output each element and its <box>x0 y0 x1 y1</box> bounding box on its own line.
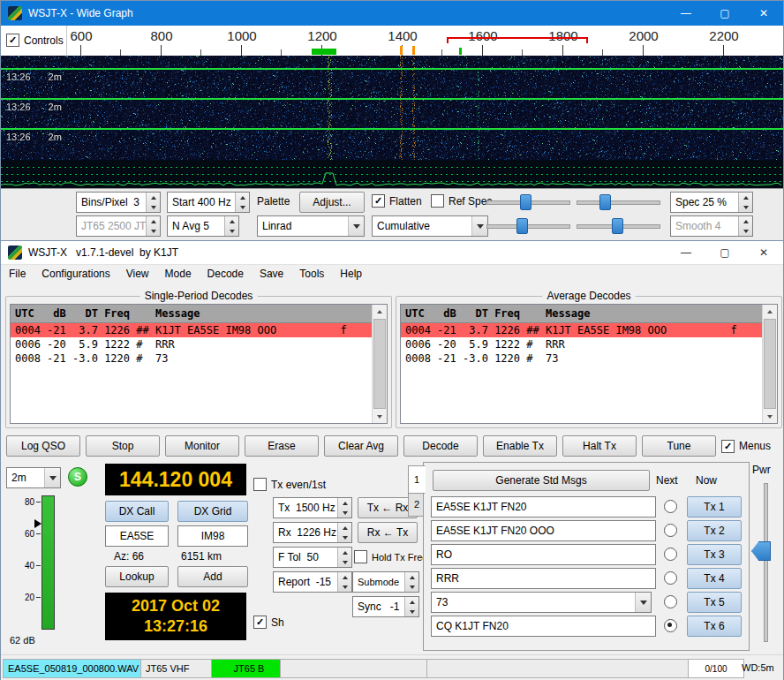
band-select-combo[interactable]: 2m <box>6 467 61 488</box>
menu-help[interactable]: Help <box>332 265 370 283</box>
dx-call-button[interactable]: DX Call <box>105 501 169 522</box>
rx-from-tx-button[interactable]: Rx ← Tx <box>358 522 418 543</box>
hold-tx-freq-checkbox[interactable]: Hold Tx Freq <box>354 550 427 563</box>
decode-button[interactable]: Decode <box>403 435 478 457</box>
sync-spinner[interactable]: Sync -1 <box>352 596 419 617</box>
menu-mode[interactable]: Mode <box>157 265 200 283</box>
decode-row[interactable]: 0008 -21 -3.0 1220 # 73 <box>401 351 763 366</box>
dx-grid-field[interactable]: IM98 <box>177 525 248 547</box>
stop-button[interactable]: Stop <box>86 435 160 457</box>
spinner-arrows[interactable] <box>337 498 351 518</box>
waterfall-zero-slider[interactable] <box>577 193 660 210</box>
next-radio-tx2[interactable] <box>664 524 677 537</box>
spinner-arrows[interactable] <box>235 193 249 212</box>
maximize-button[interactable]: ▢ <box>705 241 744 264</box>
slider-handle[interactable] <box>520 194 531 210</box>
tx-message-4-field[interactable]: RRR <box>431 568 656 589</box>
next-radio-tx3[interactable] <box>664 548 677 561</box>
slider-handle[interactable] <box>599 194 611 210</box>
scroll-up-icon[interactable] <box>373 305 387 318</box>
tx-message-3-field[interactable]: RO <box>431 544 656 565</box>
enable-tx-button[interactable]: Enable Tx <box>483 435 557 457</box>
menu-file[interactable]: File <box>1 265 34 283</box>
spinner-arrows[interactable] <box>224 216 238 236</box>
menu-view[interactable]: View <box>118 265 157 283</box>
close-button[interactable]: ✕ <box>744 241 783 264</box>
decode-row[interactable]: 0006 -20 5.9 1222 # RRR <box>11 337 373 351</box>
tx-freq-spinner[interactable]: Tx 1500 Hz <box>273 497 352 518</box>
slider-handle[interactable] <box>612 218 623 234</box>
next-radio-tx5[interactable] <box>664 595 677 608</box>
dropdown-arrow-icon[interactable] <box>44 468 60 487</box>
add-button[interactable]: Add <box>177 566 248 587</box>
tune-button[interactable]: Tune <box>642 435 716 457</box>
slider-handle[interactable] <box>516 218 528 234</box>
spectrum-zero-slider[interactable] <box>577 216 660 234</box>
palette-combo[interactable]: Linrad <box>257 215 365 237</box>
scroll-up-icon[interactable] <box>763 305 777 318</box>
halt-tx-button[interactable]: Halt Tx <box>562 435 637 457</box>
scroll-down-icon[interactable] <box>373 410 387 423</box>
menus-checkbox[interactable]: ✓ Menus <box>721 435 778 457</box>
scroll-thumb[interactable] <box>764 319 776 409</box>
tx-2-button[interactable]: Tx 2 <box>687 520 742 541</box>
rx-freq-spinner[interactable]: Rx 1226 Hz <box>273 522 352 543</box>
spinner-arrows[interactable] <box>146 193 160 212</box>
dropdown-arrow-icon[interactable] <box>635 593 651 612</box>
spectrum-mode-combo[interactable]: Cumulative <box>372 215 488 237</box>
close-button[interactable]: ✕ <box>744 1 783 26</box>
dropdown-arrow-icon[interactable] <box>471 216 487 236</box>
tx-even-checkbox[interactable]: Tx even/1st <box>253 478 326 491</box>
tx-message-1-field[interactable]: EA5SE K1JT FN20 <box>431 496 656 518</box>
sh-checkbox[interactable]: ✓ Sh <box>253 616 284 629</box>
log-qso-button[interactable]: Log QSO <box>6 435 80 457</box>
scroll-down-icon[interactable] <box>763 410 777 423</box>
tx-4-button[interactable]: Tx 4 <box>687 568 742 589</box>
ref-spec-checkbox[interactable]: Ref Spec <box>431 194 492 208</box>
tx-3-button[interactable]: Tx 3 <box>687 544 742 565</box>
minimize-button[interactable]: — <box>667 1 705 26</box>
erase-button[interactable]: Erase <box>245 435 319 457</box>
main-titlebar[interactable]: WSJT-X v1.7.1-devel by K1JT — ▢ ✕ <box>1 241 783 265</box>
submode-spinner[interactable]: Submode B <box>352 571 419 593</box>
pwr-slider-handle[interactable] <box>751 541 771 561</box>
scroll-thumb[interactable] <box>373 319 386 409</box>
rx-freq-marker[interactable] <box>312 49 336 55</box>
wide-graph-titlebar[interactable]: WSJT-X - Wide Graph — ▢ ✕ <box>1 1 783 26</box>
tx-5-button[interactable]: Tx 5 <box>687 592 742 613</box>
next-radio-tx1[interactable] <box>664 500 677 513</box>
spectrum-gain-slider[interactable] <box>486 216 570 234</box>
spinner-arrows[interactable] <box>337 523 351 542</box>
menu-decode[interactable]: Decode <box>200 265 252 283</box>
waterfall-gain-slider[interactable] <box>486 193 570 210</box>
dropdown-arrow-icon[interactable] <box>348 216 364 236</box>
decode-row[interactable]: 0008 -21 -3.0 1220 # 73 <box>11 351 373 366</box>
decode-row[interactable]: 0004 -21 3.7 1226 ## K1JT EA5SE IM98 OOO… <box>401 323 763 337</box>
next-radio-tx4[interactable] <box>664 571 677 585</box>
generate-std-msgs-button[interactable]: Generate Std Msgs <box>433 470 650 491</box>
tab-1[interactable]: 1 <box>408 465 426 494</box>
start-freq-spinner[interactable]: Start 400 Hz <box>167 192 250 213</box>
dx-grid-button[interactable]: DX Grid <box>177 501 248 522</box>
tx-6-button[interactable]: Tx 6 <box>687 616 742 637</box>
menu-save[interactable]: Save <box>252 265 291 283</box>
report-spinner[interactable]: Report -15 <box>273 571 352 593</box>
n-avg-spinner[interactable]: N Avg 5 <box>167 215 239 237</box>
lookup-button[interactable]: Lookup <box>105 566 169 587</box>
tx-1-button[interactable]: Tx 1 <box>687 496 742 518</box>
spinner-arrows[interactable] <box>337 548 351 567</box>
f-tol-spinner[interactable]: F Tol 50 <box>273 547 352 568</box>
maximize-button[interactable]: ▢ <box>705 1 744 26</box>
menu-configurations[interactable]: Configurations <box>34 265 117 283</box>
controls-checkbox[interactable]: ✓ Controls <box>6 34 64 47</box>
scrollbar[interactable] <box>762 305 777 423</box>
flatten-checkbox[interactable]: ✓ Flatten <box>372 194 422 208</box>
monitor-button[interactable]: Monitor <box>165 435 239 457</box>
dx-call-field[interactable]: EA5SE <box>105 525 169 547</box>
tx-message-2-field[interactable]: EA5SE K1JT FN20 OOO <box>431 520 656 541</box>
waterfall-display[interactable] <box>1 56 783 188</box>
next-radio-tx6[interactable] <box>664 619 677 632</box>
minimize-button[interactable]: — <box>667 241 705 264</box>
decode-row[interactable]: 0004 -21 3.7 1226 ## K1JT EA5SE IM98 OOO… <box>11 323 373 337</box>
adjust-palette-button[interactable]: Adjust... <box>299 192 365 213</box>
